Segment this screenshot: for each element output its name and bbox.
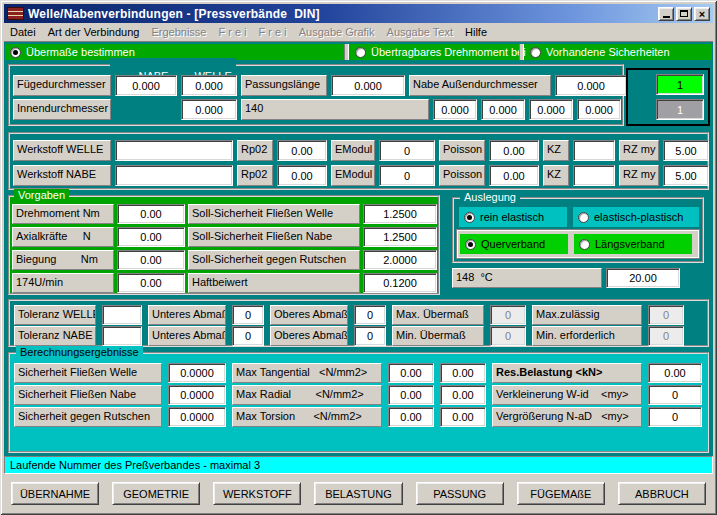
radio-elastisch-plastisch[interactable]: elastisch-plastisch <box>573 207 699 227</box>
verband-panel: Querverband Längsverband <box>457 230 699 258</box>
kz-nabe-input[interactable] <box>573 165 615 186</box>
temperature-input[interactable] <box>606 268 680 288</box>
pressverband-active-number[interactable] <box>656 74 704 95</box>
haftbeiwert-label: Haftbeiwert <box>188 273 360 293</box>
axialkraefte-input[interactable] <box>117 227 185 247</box>
window-controls: × <box>658 7 710 21</box>
soll-sicherheit-rutschen-input[interactable] <box>363 250 437 270</box>
emodul-label: EModul <box>331 140 375 161</box>
geometry-extra-input-2[interactable] <box>481 99 525 120</box>
belastung-button[interactable]: BELASTUNG <box>314 482 402 505</box>
max-zulaessig-label: Max.zulässig <box>532 305 642 325</box>
radio-rein-elastisch[interactable]: rein elastisch <box>459 207 567 227</box>
menu-datei[interactable]: Datei <box>4 24 42 40</box>
menu-hilfe[interactable]: Hilfe <box>459 24 493 40</box>
unteres-abmass-nabe-input[interactable] <box>232 326 264 346</box>
biegung-label: Biegung Nm <box>12 250 114 270</box>
max-radial-output-2 <box>440 385 486 405</box>
werkstoff-welle-name-input[interactable] <box>115 140 233 161</box>
unteres-abmass-label: Unteres Abmaß <box>148 326 226 346</box>
geometry-extra-input-3[interactable] <box>529 99 573 120</box>
emodul-welle-input[interactable] <box>379 140 435 161</box>
sicherheit-rutschen-label: Sicherheit gegen Rutschen <box>14 407 162 427</box>
rp02-welle-input[interactable] <box>277 140 327 161</box>
toleranz-group: Toleranz WELLE Unteres Abmaß Oberes Abma… <box>8 299 709 347</box>
res-belastung-label: Res.Belastung <kN> <box>492 363 642 383</box>
soll-sicherheit-rutschen-label: Soll-Sicherheit gegen Rutschen <box>188 250 360 270</box>
max-torsion-label: Max Torsion <N/mm2> <box>232 407 382 427</box>
poisson-nabe-input[interactable] <box>489 165 539 186</box>
radio-icon <box>578 212 589 223</box>
geometrie-button[interactable]: GEOMETRIE <box>112 482 200 505</box>
minimize-button[interactable] <box>658 7 674 21</box>
max-torsion-output-2 <box>440 407 486 427</box>
nabe-aussendurchmesser-label: Nabe Außendurchmesser <box>409 75 551 96</box>
haftbeiwert-input[interactable] <box>363 273 437 293</box>
radio-querverband[interactable]: Querverband <box>460 234 568 254</box>
temperature-row: 148 °C <box>452 268 684 288</box>
nabe-aussendurchmesser-input[interactable] <box>555 75 627 96</box>
emodul-label: EModul <box>331 165 375 186</box>
unteres-abmass-label: Unteres Abmaß <box>148 305 226 325</box>
passung-button[interactable]: PASSUNG <box>416 482 504 505</box>
spacer <box>115 99 177 120</box>
soll-sicherheit-fliessen-welle-input[interactable] <box>363 204 437 224</box>
res-belastung-output <box>648 363 702 383</box>
soll-sicherheit-fliessen-nabe-input[interactable] <box>363 227 437 247</box>
menu-art-der-verbindung[interactable]: Art der Verbindung <box>42 24 146 40</box>
max-tangential-label: Max Tangential <N/mm2> <box>232 363 382 383</box>
menu-frei-2: F r e i <box>253 24 293 40</box>
maximize-button[interactable] <box>676 7 692 21</box>
innendurchmesser-welle-input[interactable] <box>181 99 237 120</box>
biegung-input[interactable] <box>117 250 185 270</box>
abbruch-button[interactable]: ABBRUCH <box>618 482 706 505</box>
geometry-extra-input-1[interactable] <box>433 99 477 120</box>
axialkraefte-label: Axialkräfte N <box>12 227 114 247</box>
toleranz-welle-input[interactable] <box>102 305 142 325</box>
rz-my-welle-input[interactable] <box>663 140 709 161</box>
toleranz-nabe-input[interactable] <box>102 326 142 346</box>
uebernahme-button[interactable]: ÜBERNAHME <box>11 482 99 505</box>
option-label: Querverband <box>481 238 545 250</box>
poisson-welle-input[interactable] <box>489 140 539 161</box>
rz-my-label: RZ my <box>619 140 659 161</box>
mode-option-vorhandene-sicherheiten[interactable]: Vorhandene Sicherheiten <box>526 44 712 60</box>
kz-label: KZ <box>543 140 569 161</box>
option-label: rein elastisch <box>480 211 544 223</box>
rz-my-nabe-input[interactable] <box>663 165 709 186</box>
max-tangential-output-2 <box>440 363 486 383</box>
vorgaben-group: Vorgaben Drehmoment Nm Soll-Sicherheit F… <box>8 195 440 295</box>
fuegemasse-button[interactable]: FÜGEMAßE <box>517 482 605 505</box>
kz-welle-input[interactable] <box>573 140 615 161</box>
oberes-abmass-label: Oberes Abmaß <box>270 305 348 325</box>
passungslaenge-input[interactable] <box>331 75 405 96</box>
soll-sicherheit-fliessen-welle-label: Soll-Sicherheit Fließen Welle <box>188 204 360 224</box>
geometry-extra-input-4[interactable] <box>577 99 621 120</box>
close-button[interactable]: × <box>694 7 710 21</box>
app-window: Welle/Nabenverbindungen - [Pressverbände… <box>0 0 717 515</box>
status-bar: Laufende Nummer des Preßverbandes - maxi… <box>4 456 713 474</box>
fuegedurchmesser-label: Fügedurchmesser <box>13 75 111 96</box>
oberes-abmass-welle-input[interactable] <box>354 305 386 325</box>
menu-bar: Datei Art der Verbindung Ergebnisse F r … <box>4 23 713 42</box>
oberes-abmass-nabe-input[interactable] <box>354 326 386 346</box>
geometry-group: NABEWELLE Fügedurchmesser Passungslänge … <box>8 64 624 126</box>
werkstoff-button[interactable]: WERKSTOFF <box>213 482 301 505</box>
mode-option-uebertragbares-drehmoment[interactable]: Übertragbares Drehmoment bei Vorgabe Pas… <box>351 44 517 60</box>
unteres-abmass-welle-input[interactable] <box>232 305 264 325</box>
rp02-nabe-input[interactable] <box>277 165 327 186</box>
rp02-label: Rp02 <box>237 165 273 186</box>
fuegedurchmesser-welle-input[interactable] <box>181 75 237 96</box>
werkstoff-nabe-name-input[interactable] <box>115 165 233 186</box>
emodul-nabe-input[interactable] <box>379 165 435 186</box>
title-bar: Welle/Nabenverbindungen - [Pressverbände… <box>4 4 713 23</box>
poisson-label: Poisson <box>439 140 485 161</box>
fuegedurchmesser-nabe-input[interactable] <box>115 75 177 96</box>
poisson-label: Poisson <box>439 165 485 186</box>
drehzahl-label: 174U/min <box>12 273 114 293</box>
drehzahl-input[interactable] <box>117 273 185 293</box>
ergebnisse-group: Berechnungsergebnisse Sicherheit Fließen… <box>8 352 709 453</box>
radio-laengsverband[interactable]: Längsverband <box>574 234 692 254</box>
window-title: Welle/Nabenverbindungen - [Pressverbände… <box>28 7 320 21</box>
drehmoment-input[interactable] <box>117 204 185 224</box>
